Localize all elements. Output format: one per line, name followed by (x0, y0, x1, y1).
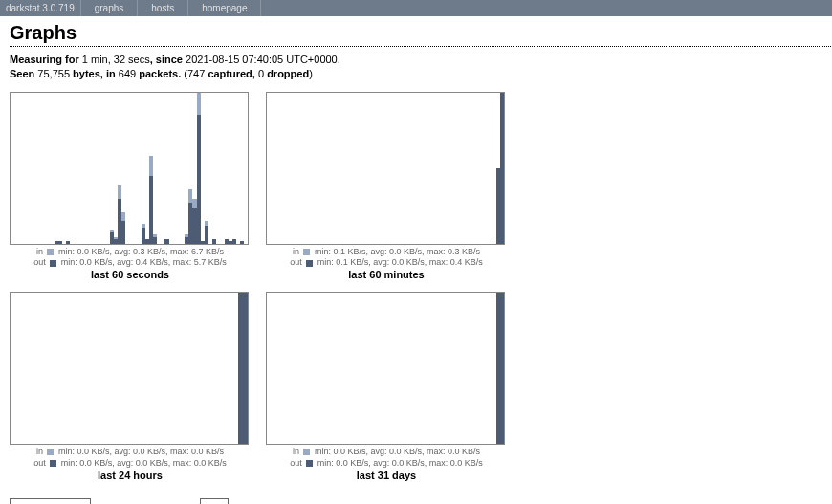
bar-slot (500, 93, 504, 244)
bar-slot (282, 293, 290, 444)
measuring-label: Measuring for (10, 54, 79, 65)
nav-item-homepage[interactable]: homepage (188, 0, 261, 16)
measuring-duration: 1 min, 32 secs (82, 54, 150, 65)
legend-in-label: in (293, 247, 299, 256)
bar-slot (20, 293, 30, 444)
swatch-out-icon (50, 260, 56, 267)
graph-title: last 31 days (266, 470, 507, 481)
bar-slot (435, 293, 443, 444)
seen-label: Seen (10, 68, 34, 79)
graph-canvas (10, 292, 249, 445)
since-label: , since (150, 54, 183, 65)
bar-slot (343, 293, 351, 444)
bar-slot (139, 293, 148, 444)
bar-slot (11, 293, 20, 444)
bar-slot (450, 293, 458, 444)
swatch-out-icon (50, 460, 56, 467)
swatch-in-icon (47, 449, 54, 455)
swatch-out-icon (306, 460, 313, 467)
bar-slot (129, 293, 139, 444)
swatch-in-icon (303, 449, 310, 455)
title-divider (10, 46, 832, 47)
graph-bars (267, 93, 504, 244)
bar-slot (31, 293, 40, 444)
packets-label: packets. (139, 68, 181, 79)
graph-legend: in min: 0.0 KB/s, avg: 0.3 KB/s, max: 6.… (10, 247, 251, 269)
bar-slot (443, 293, 450, 444)
controls: reload graphs - automatic reload is: off (10, 498, 822, 504)
graph-legend: in min: 0.0 KB/s, avg: 0.0 KB/s, max: 0.… (10, 447, 251, 469)
bar-slot (149, 293, 159, 444)
bar-slot (290, 293, 297, 444)
bar-slot (496, 293, 504, 444)
packets-value: 649 (119, 68, 136, 79)
bar-slot (328, 293, 336, 444)
bar-slot (109, 293, 119, 444)
page-title: Graphs (10, 22, 822, 44)
bar-out (496, 293, 504, 444)
graph-block: in min: 0.1 KB/s, avg: 0.0 KB/s, max: 0.… (266, 92, 507, 280)
since-time: 2021-08-15 07:40:05 UTC+0000 (186, 54, 338, 65)
swatch-out-icon (306, 260, 313, 267)
bar-slot (40, 293, 50, 444)
graph-canvas (266, 292, 505, 445)
swatch-in-icon (303, 249, 310, 255)
bar-slot (168, 293, 178, 444)
dropped-value: 0 (258, 68, 264, 79)
graph-bars (267, 293, 504, 444)
bar-slot (420, 293, 427, 444)
bar-slot (198, 293, 208, 444)
graph-bars (11, 293, 248, 444)
graph-canvas (10, 92, 249, 245)
bar-slot (267, 293, 274, 444)
bar-slot (489, 293, 496, 444)
bar-slot (70, 293, 79, 444)
dropped-label: dropped (267, 68, 309, 79)
bar-slot (473, 293, 481, 444)
legend-out-label: out (33, 458, 46, 468)
captured-label: captured, (208, 68, 255, 79)
bar-slot (382, 293, 389, 444)
app-title: darkstat 3.0.719 (0, 0, 81, 16)
graph-legend: in min: 0.1 KB/s, avg: 0.0 KB/s, max: 0.… (266, 247, 507, 269)
bar-slot (466, 293, 473, 444)
graph-block: in min: 0.0 KB/s, avg: 0.0 KB/s, max: 0.… (10, 292, 251, 480)
bar-slot (320, 293, 328, 444)
captured-value: 747 (187, 68, 205, 79)
nav-item-graphs[interactable]: graphs (81, 0, 139, 16)
auto-reload-toggle[interactable]: off (200, 498, 229, 504)
bar-out (238, 293, 248, 444)
graph-title: last 24 hours (10, 470, 251, 481)
bar-slot (179, 293, 188, 444)
bar-slot (228, 293, 237, 444)
bar-slot (351, 293, 359, 444)
bar-slot (366, 293, 374, 444)
bytes-label: bytes, in (73, 68, 116, 79)
content: Graphs Measuring for 1 min, 32 secs, sin… (0, 16, 832, 504)
bar-slot (305, 293, 313, 444)
bar-slot (159, 293, 168, 444)
bar-slot (297, 293, 305, 444)
bar-slot (60, 293, 70, 444)
reload-graphs-button[interactable]: reload graphs (10, 498, 91, 504)
bar-slot (120, 293, 129, 444)
graphs-grid: in min: 0.0 KB/s, avg: 0.3 KB/s, max: 6.… (10, 92, 526, 481)
bar-slot (412, 293, 420, 444)
graph-block: in min: 0.0 KB/s, avg: 0.0 KB/s, max: 0.… (266, 292, 507, 480)
nav-item-hosts[interactable]: hosts (138, 0, 188, 16)
bar-slot (458, 293, 466, 444)
bar-slot (99, 293, 109, 444)
stats-summary: Measuring for 1 min, 32 secs, since 2021… (10, 53, 822, 82)
legend-out-label: out (290, 458, 302, 468)
graph-bars (11, 93, 248, 244)
graph-title: last 60 minutes (266, 269, 507, 280)
bar-slot (481, 293, 489, 444)
bar-slot (427, 293, 435, 444)
bar-slot (359, 293, 366, 444)
bar-slot (389, 293, 397, 444)
bytes-value: 75,755 (37, 68, 70, 79)
bar-slot (238, 293, 248, 444)
legend-in-label: in (293, 447, 299, 456)
legend-out-label: out (290, 257, 302, 267)
bar-slot (336, 293, 343, 444)
